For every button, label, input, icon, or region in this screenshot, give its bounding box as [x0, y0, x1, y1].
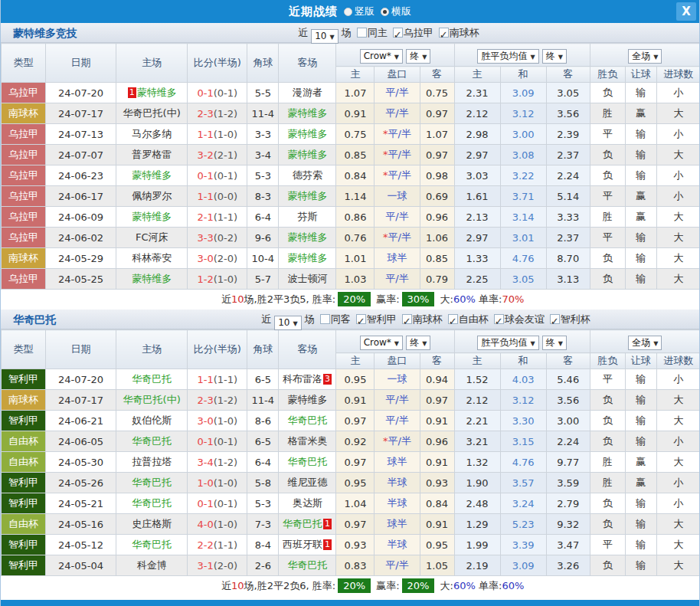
filter-label[interactable]: 同主 [368, 27, 388, 38]
avg-draw: 4.76 [500, 248, 546, 269]
home-team-cell: 拉普拉塔 [116, 452, 188, 473]
avg-away: 5.46 [546, 369, 590, 390]
horizontal-layout-radio[interactable] [381, 8, 389, 16]
away-team-name: 维尼亚德 [287, 477, 327, 488]
full-time-score: 3-2 [197, 149, 213, 161]
avg-time-dropdown[interactable]: 终▼ [542, 336, 567, 350]
filter-label[interactable]: 智利甲 [367, 313, 397, 325]
corners-cell: 5-3 [247, 493, 279, 514]
bookmaker-dropdown[interactable]: Crow*▼ [360, 49, 403, 64]
filter-checkbox-南球杯[interactable] [402, 314, 412, 324]
filter-label[interactable]: 南球杯 [413, 313, 443, 325]
filter-checkbox-自由杯[interactable] [448, 314, 458, 324]
filter-label[interactable]: 乌拉甲 [404, 27, 433, 38]
handicap-cell: 赢 [625, 103, 656, 124]
avg-draw-value: 3.12 [512, 395, 535, 406]
vertical-layout-label[interactable]: 竖版 [355, 5, 375, 18]
avg-dropdown[interactable]: 胜平负均值▼ [477, 336, 538, 350]
odds-away: 1.07 [420, 124, 454, 145]
chevron-down-icon: ▼ [293, 320, 297, 327]
filter-checkbox-乌拉甲[interactable] [393, 28, 403, 38]
odds-line: 球半 [375, 248, 420, 269]
avg-draw: 3.01 [500, 228, 546, 248]
odds-time-dropdown[interactable]: 终▼ [406, 49, 430, 64]
avg-draw-value: 3.39 [512, 539, 535, 551]
corners-cell: 3-4 [247, 145, 279, 165]
match-count-dropdown[interactable]: 10▼ [311, 29, 338, 44]
odds-line: 平/半 [375, 207, 420, 228]
bookmaker-dropdown[interactable]: Crow*▼ [360, 336, 403, 350]
score-cell: 3-3(0-2) [188, 228, 247, 248]
avg-dropdown[interactable]: 胜平负均值▼ [477, 49, 538, 64]
sub-header-avg-away: 客 [546, 67, 590, 83]
match-row: 乌拉甲24-07-13马尔多纳1-1(1-0)3-3蒙特维多0.75*平/半1.… [2, 124, 700, 145]
odds-time-dropdown[interactable]: 终▼ [406, 336, 430, 350]
score-cell: 2-2(1-1) [188, 535, 247, 555]
section-header: 华奇巴托 近 10▼ 场同客智利甲南球杯自由杯球会友谊智利杯 [1, 310, 699, 329]
avg-away: 5.14 [546, 186, 590, 207]
away-team-cell: 蒙特维多 [279, 228, 336, 248]
match-date: 24-05-04 [46, 555, 116, 576]
league-type-badge: 智利甲 [2, 411, 46, 431]
line-value: 平/半 [385, 211, 408, 222]
corners-cell: 8-4 [247, 535, 279, 555]
league-type-badge: 智利甲 [2, 369, 46, 390]
avg-draw-value: 3.71 [512, 191, 535, 202]
avg-draw: 3.14 [500, 207, 546, 228]
filter-label[interactable]: 自由杯 [459, 313, 489, 325]
away-team-name: 科布雷洛 [283, 373, 322, 385]
sub-header-handicap: 让球 [625, 353, 656, 369]
away-team-cell: 德芬索 [279, 165, 336, 186]
match-count-dropdown[interactable]: 10▼ [274, 316, 301, 330]
away-team-name: 蒙特维多 [287, 107, 327, 119]
home-team-name: 科林蒂安 [132, 252, 172, 264]
filter-checkbox-智利杯[interactable] [550, 314, 560, 324]
avg-home: 1.52 [454, 369, 500, 390]
avg-home: 1.33 [454, 248, 500, 269]
filter-label[interactable]: 智利杯 [561, 313, 590, 325]
corners-cell: 5-8 [247, 473, 279, 493]
match-date: 24-07-20 [46, 83, 116, 103]
close-icon[interactable]: X [676, 2, 696, 21]
chevron-down-icon: ▼ [530, 54, 535, 61]
line-value: 半球 [387, 539, 407, 550]
full-match-dropdown[interactable]: 全场▼ [628, 49, 662, 64]
chevron-down-icon: ▼ [558, 54, 563, 61]
avg-time-dropdown[interactable]: 终▼ [542, 49, 567, 64]
odds-home: 0.91 [336, 390, 375, 411]
line-value: 半球 [387, 477, 407, 488]
avg-draw-value: 3.57 [512, 477, 535, 489]
filter-label[interactable]: 同客 [331, 313, 351, 325]
full-time-score: 1-1 [197, 129, 213, 140]
goals-cell: 大 [656, 207, 700, 228]
match-date: 24-07-17 [46, 390, 116, 411]
avg-draw: 4.03 [500, 369, 546, 390]
home-team-name: 蒙特维多 [132, 273, 172, 284]
full-match-dropdown[interactable]: 全场▼ [628, 336, 662, 350]
filter-checkbox-同客[interactable] [320, 314, 330, 324]
avg-draw: 3.22 [500, 165, 546, 186]
filter-checkbox-南球杯[interactable] [439, 28, 449, 38]
goals-cell: 大 [656, 269, 700, 290]
league-type-badge: 乌拉甲 [2, 186, 46, 207]
filter-checkbox-球会友谊[interactable] [494, 314, 504, 324]
col-header-corner: 角球 [247, 44, 279, 83]
vertical-layout-radio[interactable] [344, 8, 352, 16]
filter-checkbox-同主[interactable] [357, 28, 367, 38]
away-team-cell: 蒙特维多 [279, 390, 336, 411]
odds-line: 平/半 [375, 390, 420, 411]
match-row: 乌拉甲24-06-17佩纳罗尔1-1(0-0)8-3蒙特维多1.14一球0.69… [2, 186, 700, 207]
full-time-score: 4-0 [197, 519, 213, 530]
away-team-name: 华奇巴托 [283, 518, 322, 529]
stats-summary: 近10场,胜2平2负6, 胜率:20% 赢率:20% 大:60% 单率:60% [1, 576, 699, 596]
away-team-name: 蒙特维多 [287, 231, 327, 243]
horizontal-layout-label[interactable]: 横版 [391, 5, 411, 18]
match-count-value: 10 [315, 31, 326, 41]
filter-label[interactable]: 南球杯 [450, 27, 479, 38]
col-header-type: 类型 [2, 330, 46, 369]
red-card-badge: 1 [128, 87, 136, 98]
summary-text: 场,胜2平3负5, 胜率: [244, 293, 336, 305]
away-team-name: 华奇巴托 [287, 456, 327, 467]
filter-checkbox-智利甲[interactable] [356, 314, 366, 324]
filter-label[interactable]: 球会友谊 [505, 313, 545, 325]
